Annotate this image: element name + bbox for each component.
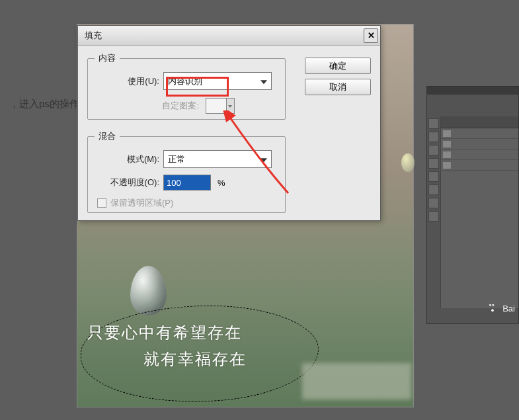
- tool-icon[interactable]: [428, 145, 439, 155]
- blend-legend: 混合: [95, 130, 120, 142]
- tool-icon[interactable]: [428, 158, 439, 169]
- mode-dropdown[interactable]: 正常: [163, 150, 272, 168]
- opacity-unit: %: [218, 178, 225, 188]
- opacity-input[interactable]: 100: [163, 175, 211, 190]
- tool-icon[interactable]: [428, 211, 439, 222]
- layers-panel: [440, 116, 518, 308]
- tool-icon[interactable]: [428, 132, 439, 142]
- dialog-titlebar[interactable]: 填充 ✕: [78, 26, 380, 46]
- tool-icon[interactable]: [428, 185, 439, 195]
- water-drop: [130, 266, 167, 315]
- mode-label: 模式(M):: [95, 153, 163, 165]
- preserve-transparency-label: 保留透明区域(P): [110, 197, 173, 209]
- blend-group: 混合 模式(M): 正常 不透明度(O): 100 % 保留透明区域(P): [87, 130, 286, 213]
- ok-button[interactable]: 确定: [305, 58, 371, 74]
- content-legend: 内容: [95, 52, 120, 64]
- preserve-transparency-checkbox: [97, 198, 106, 208]
- background-text: ，进入ps的操作: [9, 98, 79, 110]
- canvas-text-line1: 只要心中有希望存在: [87, 322, 242, 343]
- side-panel: Bai: [426, 86, 519, 324]
- fill-dialog: 填充 ✕ 内容 使用(U): 内容识别 自定图案: 混合 模式(M):: [77, 25, 381, 221]
- pattern-label: 自定图案:: [95, 100, 203, 112]
- cancel-button[interactable]: 取消: [305, 79, 371, 95]
- pattern-dropdown: [227, 98, 235, 114]
- tool-icon[interactable]: [428, 171, 439, 182]
- pattern-swatch: [206, 98, 227, 114]
- opacity-label: 不透明度(O):: [95, 177, 163, 189]
- side-toolstrip: [428, 118, 440, 222]
- close-button[interactable]: ✕: [364, 28, 378, 43]
- tool-icon[interactable]: [428, 118, 439, 129]
- content-group: 内容 使用(U): 内容识别 自定图案:: [87, 52, 286, 120]
- use-dropdown[interactable]: 内容识别: [163, 72, 272, 90]
- paw-icon: [488, 304, 500, 314]
- water-drop: [401, 153, 415, 172]
- canvas-text-line2: 就有幸福存在: [143, 349, 247, 370]
- watermark-brand: Bai: [488, 304, 515, 314]
- dialog-title: 填充: [85, 30, 102, 42]
- use-label: 使用(U):: [95, 75, 163, 87]
- tool-icon[interactable]: [428, 198, 439, 208]
- censored-region: [302, 363, 411, 399]
